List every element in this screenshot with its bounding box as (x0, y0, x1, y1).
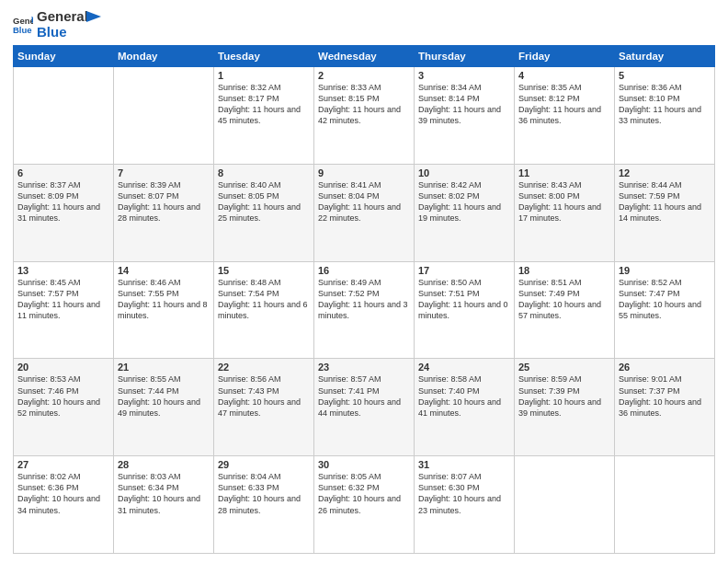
day-info: Sunrise: 8:42 AM Sunset: 8:02 PM Dayligh… (418, 179, 510, 224)
calendar-cell: 1Sunrise: 8:32 AM Sunset: 8:17 PM Daylig… (214, 67, 314, 165)
calendar-week-row: 27Sunrise: 8:02 AM Sunset: 6:36 PM Dayli… (14, 456, 715, 554)
calendar-cell: 13Sunrise: 8:45 AM Sunset: 7:57 PM Dayli… (14, 261, 114, 359)
calendar-cell: 24Sunrise: 8:58 AM Sunset: 7:40 PM Dayli… (415, 359, 515, 456)
calendar-cell: 19Sunrise: 8:52 AM Sunset: 7:47 PM Dayli… (615, 261, 715, 359)
day-number: 14 (118, 265, 210, 276)
col-friday: Friday (515, 46, 615, 67)
svg-text:Blue: Blue (13, 24, 32, 34)
day-number: 27 (17, 459, 109, 470)
calendar-cell: 28Sunrise: 8:03 AM Sunset: 6:34 PM Dayli… (114, 456, 214, 554)
logo-general: General (37, 9, 88, 25)
logo-flag-icon (85, 11, 101, 28)
day-info: Sunrise: 8:49 AM Sunset: 7:52 PM Dayligh… (318, 277, 410, 322)
day-info: Sunrise: 8:59 AM Sunset: 7:39 PM Dayligh… (518, 373, 610, 419)
day-number: 20 (17, 362, 109, 373)
calendar-cell: 31Sunrise: 8:07 AM Sunset: 6:30 PM Dayli… (415, 456, 515, 554)
day-number: 9 (318, 167, 410, 178)
day-info: Sunrise: 8:02 AM Sunset: 6:36 PM Dayligh… (17, 471, 109, 516)
day-number: 2 (318, 70, 410, 81)
calendar-cell (14, 67, 114, 165)
day-number: 3 (418, 70, 510, 81)
calendar-week-row: 13Sunrise: 8:45 AM Sunset: 7:57 PM Dayli… (14, 261, 715, 359)
calendar-page: General Blue General Blue Sunday Monday … (0, 0, 728, 563)
day-number: 19 (619, 265, 711, 276)
header: General Blue General Blue (13, 9, 715, 40)
calendar-cell: 12Sunrise: 8:44 AM Sunset: 7:59 PM Dayli… (615, 164, 715, 261)
day-info: Sunrise: 8:03 AM Sunset: 6:34 PM Dayligh… (118, 471, 210, 516)
calendar-cell: 7Sunrise: 8:39 AM Sunset: 8:07 PM Daylig… (114, 164, 214, 261)
day-number: 11 (518, 167, 610, 178)
day-info: Sunrise: 8:35 AM Sunset: 8:12 PM Dayligh… (518, 82, 610, 127)
calendar-cell: 22Sunrise: 8:56 AM Sunset: 7:43 PM Dayli… (214, 359, 314, 456)
day-info: Sunrise: 8:53 AM Sunset: 7:46 PM Dayligh… (17, 373, 109, 419)
calendar-header-row: Sunday Monday Tuesday Wednesday Thursday… (14, 46, 715, 67)
day-number: 8 (218, 167, 310, 178)
day-info: Sunrise: 8:45 AM Sunset: 7:57 PM Dayligh… (17, 277, 109, 322)
day-number: 29 (218, 459, 310, 470)
day-info: Sunrise: 8:37 AM Sunset: 8:09 PM Dayligh… (17, 179, 109, 224)
day-info: Sunrise: 8:05 AM Sunset: 6:32 PM Dayligh… (318, 471, 410, 516)
calendar-cell: 21Sunrise: 8:55 AM Sunset: 7:44 PM Dayli… (114, 359, 214, 456)
day-number: 24 (418, 362, 510, 373)
day-info: Sunrise: 8:48 AM Sunset: 7:54 PM Dayligh… (218, 277, 310, 322)
day-number: 15 (218, 265, 310, 276)
day-number: 4 (518, 70, 610, 81)
day-number: 26 (619, 362, 711, 373)
day-info: Sunrise: 8:40 AM Sunset: 8:05 PM Dayligh… (218, 179, 310, 224)
day-info: Sunrise: 8:41 AM Sunset: 8:04 PM Dayligh… (318, 179, 410, 224)
day-info: Sunrise: 8:46 AM Sunset: 7:55 PM Dayligh… (118, 277, 210, 322)
day-number: 5 (619, 70, 711, 81)
calendar-cell: 17Sunrise: 8:50 AM Sunset: 7:51 PM Dayli… (415, 261, 515, 359)
day-info: Sunrise: 8:32 AM Sunset: 8:17 PM Dayligh… (218, 82, 310, 127)
calendar-cell: 30Sunrise: 8:05 AM Sunset: 6:32 PM Dayli… (314, 456, 415, 554)
day-info: Sunrise: 8:52 AM Sunset: 7:47 PM Dayligh… (619, 277, 711, 322)
calendar-week-row: 6Sunrise: 8:37 AM Sunset: 8:09 PM Daylig… (14, 164, 715, 261)
calendar-cell: 4Sunrise: 8:35 AM Sunset: 8:12 PM Daylig… (515, 67, 615, 165)
calendar-cell: 15Sunrise: 8:48 AM Sunset: 7:54 PM Dayli… (214, 261, 314, 359)
logo-blue: Blue (37, 25, 88, 40)
calendar-cell (515, 456, 615, 554)
day-number: 18 (518, 265, 610, 276)
day-number: 13 (17, 265, 109, 276)
col-saturday: Saturday (615, 46, 715, 67)
day-number: 16 (318, 265, 410, 276)
day-info: Sunrise: 9:01 AM Sunset: 7:37 PM Dayligh… (619, 373, 711, 419)
col-thursday: Thursday (415, 46, 515, 67)
day-info: Sunrise: 8:50 AM Sunset: 7:51 PM Dayligh… (418, 277, 510, 322)
calendar-cell: 2Sunrise: 8:33 AM Sunset: 8:15 PM Daylig… (314, 67, 415, 165)
logo-icon: General Blue (13, 15, 33, 35)
calendar-cell (615, 456, 715, 554)
col-wednesday: Wednesday (314, 46, 415, 67)
day-number: 12 (619, 167, 711, 178)
col-sunday: Sunday (14, 46, 114, 67)
day-number: 23 (318, 362, 410, 373)
calendar-cell (114, 67, 214, 165)
calendar-cell: 16Sunrise: 8:49 AM Sunset: 7:52 PM Dayli… (314, 261, 415, 359)
day-info: Sunrise: 8:51 AM Sunset: 7:49 PM Dayligh… (518, 277, 610, 322)
calendar-table: Sunday Monday Tuesday Wednesday Thursday… (13, 45, 715, 554)
day-number: 21 (118, 362, 210, 373)
day-number: 1 (218, 70, 310, 81)
day-info: Sunrise: 8:55 AM Sunset: 7:44 PM Dayligh… (118, 373, 210, 419)
day-number: 22 (218, 362, 310, 373)
calendar-cell: 10Sunrise: 8:42 AM Sunset: 8:02 PM Dayli… (415, 164, 515, 261)
col-monday: Monday (114, 46, 214, 67)
day-info: Sunrise: 8:07 AM Sunset: 6:30 PM Dayligh… (418, 471, 510, 516)
calendar-cell: 27Sunrise: 8:02 AM Sunset: 6:36 PM Dayli… (14, 456, 114, 554)
day-info: Sunrise: 8:43 AM Sunset: 8:00 PM Dayligh… (518, 179, 610, 224)
day-number: 25 (518, 362, 610, 373)
calendar-cell: 29Sunrise: 8:04 AM Sunset: 6:33 PM Dayli… (214, 456, 314, 554)
calendar-cell: 5Sunrise: 8:36 AM Sunset: 8:10 PM Daylig… (615, 67, 715, 165)
calendar-cell: 9Sunrise: 8:41 AM Sunset: 8:04 PM Daylig… (314, 164, 415, 261)
calendar-week-row: 1Sunrise: 8:32 AM Sunset: 8:17 PM Daylig… (14, 67, 715, 165)
logo: General Blue General Blue (13, 9, 101, 40)
calendar-cell: 20Sunrise: 8:53 AM Sunset: 7:46 PM Dayli… (14, 359, 114, 456)
day-info: Sunrise: 8:04 AM Sunset: 6:33 PM Dayligh… (218, 471, 310, 516)
day-number: 28 (118, 459, 210, 470)
day-info: Sunrise: 8:34 AM Sunset: 8:14 PM Dayligh… (418, 82, 510, 127)
day-info: Sunrise: 8:33 AM Sunset: 8:15 PM Dayligh… (318, 82, 410, 127)
calendar-cell: 25Sunrise: 8:59 AM Sunset: 7:39 PM Dayli… (515, 359, 615, 456)
calendar-cell: 14Sunrise: 8:46 AM Sunset: 7:55 PM Dayli… (114, 261, 214, 359)
day-info: Sunrise: 8:44 AM Sunset: 7:59 PM Dayligh… (619, 179, 711, 224)
day-number: 17 (418, 265, 510, 276)
